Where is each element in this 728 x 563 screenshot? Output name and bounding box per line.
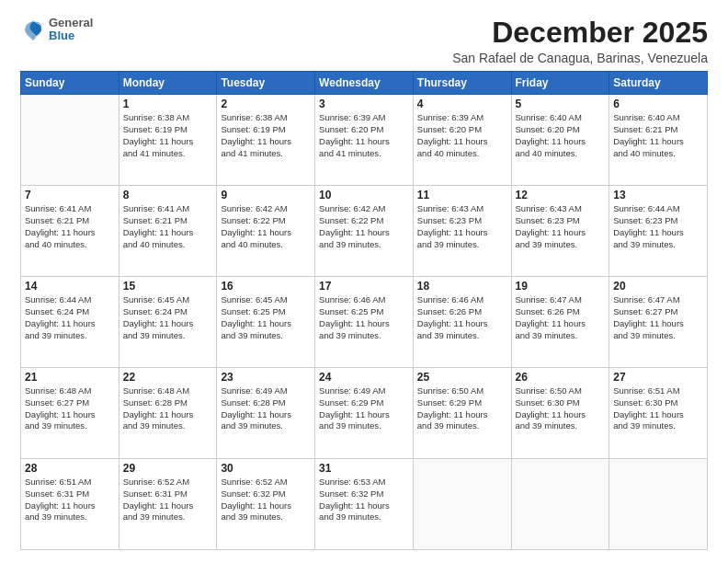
calendar-cell: 28Sunrise: 6:51 AM Sunset: 6:31 PM Dayli… [21,459,119,550]
calendar-cell: 15Sunrise: 6:45 AM Sunset: 6:24 PM Dayli… [119,277,217,368]
day-info: Sunrise: 6:48 AM Sunset: 6:28 PM Dayligh… [123,385,213,432]
day-info: Sunrise: 6:50 AM Sunset: 6:29 PM Dayligh… [417,385,507,432]
calendar-cell: 20Sunrise: 6:47 AM Sunset: 6:27 PM Dayli… [609,277,708,368]
day-info: Sunrise: 6:51 AM Sunset: 6:31 PM Dayligh… [25,477,115,523]
day-number: 25 [417,371,507,384]
day-number: 23 [221,371,311,384]
header-saturday: Saturday [609,72,708,95]
day-number: 14 [25,280,115,293]
day-number: 9 [221,189,311,201]
header: General Blue December 2025 San Rafael de… [20,17,708,65]
day-number: 29 [123,462,213,475]
day-number: 7 [25,189,115,201]
calendar-cell: 30Sunrise: 6:52 AM Sunset: 6:32 PM Dayli… [217,459,315,550]
day-info: Sunrise: 6:46 AM Sunset: 6:26 PM Dayligh… [417,294,507,341]
calendar-cell: 24Sunrise: 6:49 AM Sunset: 6:29 PM Dayli… [315,368,414,459]
day-number: 19 [516,280,606,293]
day-info: Sunrise: 6:46 AM Sunset: 6:25 PM Dayligh… [319,294,409,341]
day-number: 16 [221,280,311,293]
day-number: 2 [221,98,311,110]
calendar-cell: 14Sunrise: 6:44 AM Sunset: 6:24 PM Dayli… [21,277,119,368]
day-number: 11 [417,189,507,201]
calendar-week-1: 7Sunrise: 6:41 AM Sunset: 6:21 PM Daylig… [21,186,708,277]
day-info: Sunrise: 6:39 AM Sunset: 6:20 PM Dayligh… [417,112,507,159]
day-info: Sunrise: 6:42 AM Sunset: 6:22 PM Dayligh… [319,203,409,250]
day-info: Sunrise: 6:49 AM Sunset: 6:29 PM Dayligh… [319,385,409,432]
calendar-cell: 10Sunrise: 6:42 AM Sunset: 6:22 PM Dayli… [315,186,414,277]
day-info: Sunrise: 6:44 AM Sunset: 6:23 PM Dayligh… [613,203,703,250]
day-info: Sunrise: 6:44 AM Sunset: 6:24 PM Dayligh… [25,294,115,341]
logo: General Blue [20,17,93,43]
day-info: Sunrise: 6:52 AM Sunset: 6:31 PM Dayligh… [123,477,213,523]
day-number: 1 [123,98,213,110]
day-number: 24 [319,371,409,384]
location-title: San Rafael de Canagua, Barinas, Venezuel… [452,51,708,65]
day-info: Sunrise: 6:41 AM Sunset: 6:21 PM Dayligh… [25,203,115,250]
day-info: Sunrise: 6:50 AM Sunset: 6:30 PM Dayligh… [516,385,606,432]
header-monday: Monday [119,72,217,95]
calendar-cell: 22Sunrise: 6:48 AM Sunset: 6:28 PM Dayli… [119,368,217,459]
day-number: 30 [221,462,311,475]
day-number: 6 [613,98,703,110]
day-number: 15 [123,280,213,293]
day-info: Sunrise: 6:43 AM Sunset: 6:23 PM Dayligh… [516,203,606,250]
calendar-cell [511,459,609,550]
calendar-cell: 26Sunrise: 6:50 AM Sunset: 6:30 PM Dayli… [511,368,609,459]
day-number: 3 [319,98,409,110]
day-info: Sunrise: 6:43 AM Sunset: 6:23 PM Dayligh… [417,203,507,250]
calendar-cell: 27Sunrise: 6:51 AM Sunset: 6:30 PM Dayli… [609,368,708,459]
calendar-week-0: 1Sunrise: 6:38 AM Sunset: 6:19 PM Daylig… [21,95,708,186]
day-info: Sunrise: 6:47 AM Sunset: 6:26 PM Dayligh… [516,294,606,341]
day-info: Sunrise: 6:45 AM Sunset: 6:24 PM Dayligh… [123,294,213,341]
day-info: Sunrise: 6:51 AM Sunset: 6:30 PM Dayligh… [613,385,703,432]
calendar-cell [21,95,119,186]
calendar-cell: 21Sunrise: 6:48 AM Sunset: 6:27 PM Dayli… [21,368,119,459]
day-info: Sunrise: 6:48 AM Sunset: 6:27 PM Dayligh… [25,385,115,432]
day-number: 5 [516,98,606,110]
calendar-cell: 7Sunrise: 6:41 AM Sunset: 6:21 PM Daylig… [21,186,119,277]
calendar-cell: 19Sunrise: 6:47 AM Sunset: 6:26 PM Dayli… [511,277,609,368]
logo-icon [20,17,46,42]
day-info: Sunrise: 6:41 AM Sunset: 6:21 PM Dayligh… [123,203,213,250]
calendar-cell: 11Sunrise: 6:43 AM Sunset: 6:23 PM Dayli… [413,186,511,277]
calendar-cell: 16Sunrise: 6:45 AM Sunset: 6:25 PM Dayli… [217,277,315,368]
logo-blue: Blue [49,29,93,42]
calendar-cell: 4Sunrise: 6:39 AM Sunset: 6:20 PM Daylig… [413,95,511,186]
day-number: 8 [123,189,213,201]
calendar-cell: 5Sunrise: 6:40 AM Sunset: 6:20 PM Daylig… [511,95,609,186]
day-number: 12 [516,189,606,201]
calendar-cell: 2Sunrise: 6:38 AM Sunset: 6:19 PM Daylig… [217,95,315,186]
calendar-cell: 8Sunrise: 6:41 AM Sunset: 6:21 PM Daylig… [119,186,217,277]
calendar-week-2: 14Sunrise: 6:44 AM Sunset: 6:24 PM Dayli… [21,277,708,368]
calendar-cell: 6Sunrise: 6:40 AM Sunset: 6:21 PM Daylig… [609,95,708,186]
day-number: 21 [25,371,115,384]
calendar-cell: 25Sunrise: 6:50 AM Sunset: 6:29 PM Dayli… [413,368,511,459]
day-number: 27 [613,371,703,384]
calendar-cell [609,459,708,550]
calendar-cell [413,459,511,550]
calendar-cell: 18Sunrise: 6:46 AM Sunset: 6:26 PM Dayli… [413,277,511,368]
calendar-cell: 13Sunrise: 6:44 AM Sunset: 6:23 PM Dayli… [609,186,708,277]
day-info: Sunrise: 6:38 AM Sunset: 6:19 PM Dayligh… [221,112,311,159]
day-info: Sunrise: 6:53 AM Sunset: 6:32 PM Dayligh… [319,477,409,523]
logo-text: General Blue [49,17,93,43]
day-info: Sunrise: 6:39 AM Sunset: 6:20 PM Dayligh… [319,112,409,159]
day-info: Sunrise: 6:42 AM Sunset: 6:22 PM Dayligh… [221,203,311,250]
logo-general: General [49,17,93,29]
calendar-cell: 1Sunrise: 6:38 AM Sunset: 6:19 PM Daylig… [119,95,217,186]
calendar-week-3: 21Sunrise: 6:48 AM Sunset: 6:27 PM Dayli… [21,368,708,459]
day-number: 10 [319,189,409,201]
day-info: Sunrise: 6:40 AM Sunset: 6:21 PM Dayligh… [613,112,703,159]
header-tuesday: Tuesday [217,72,315,95]
header-thursday: Thursday [413,72,511,95]
day-number: 26 [516,371,606,384]
day-number: 20 [613,280,703,293]
calendar-cell: 23Sunrise: 6:49 AM Sunset: 6:28 PM Dayli… [217,368,315,459]
calendar-cell: 9Sunrise: 6:42 AM Sunset: 6:22 PM Daylig… [217,186,315,277]
day-number: 17 [319,280,409,293]
calendar-week-4: 28Sunrise: 6:51 AM Sunset: 6:31 PM Dayli… [21,459,708,550]
day-info: Sunrise: 6:47 AM Sunset: 6:27 PM Dayligh… [613,294,703,341]
day-info: Sunrise: 6:49 AM Sunset: 6:28 PM Dayligh… [221,385,311,432]
calendar-cell: 17Sunrise: 6:46 AM Sunset: 6:25 PM Dayli… [315,277,414,368]
calendar-header-row: Sunday Monday Tuesday Wednesday Thursday… [21,72,708,95]
